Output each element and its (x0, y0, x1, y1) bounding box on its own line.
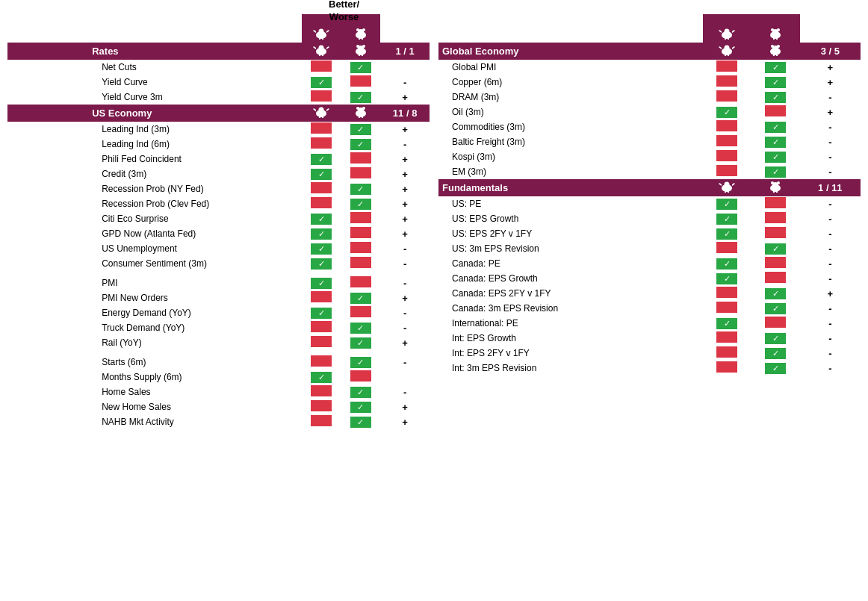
data-row: Starts (6m)✓- (7, 355, 430, 370)
bull-indicator (703, 60, 751, 75)
metric-label: Canada: PE (438, 256, 703, 271)
bear-indicator (341, 275, 381, 290)
bull-indicator (703, 361, 751, 376)
bull-indicator (302, 335, 341, 350)
data-row: Int: EPS 2FY v 1FY✓- (438, 346, 861, 361)
bear-icon-left (352, 28, 370, 40)
data-row: US: 3m EPS Revision✓- (438, 241, 861, 256)
metric-label: Int: EPS 2FY v 1FY (438, 346, 703, 361)
bull-indicator: ✓ (703, 256, 751, 271)
metric-label: Months Supply (6m) (88, 370, 302, 384)
better-worse-value: + (800, 60, 861, 75)
metric-label: International: PE (438, 316, 703, 331)
bear-indicator: ✓ (751, 75, 800, 90)
bear-col-header-right (751, 14, 800, 43)
data-row: Canada: 3m EPS Revision✓- (438, 301, 861, 316)
svg-rect-32 (725, 37, 726, 40)
section-bear-icon (341, 105, 381, 122)
section-name-cell: Rates (88, 43, 302, 60)
svg-rect-52 (725, 190, 726, 193)
metric-label: Canada: 3m EPS Revision (438, 301, 703, 316)
data-row: US Unemployment✓- (7, 241, 430, 256)
svg-point-31 (725, 29, 730, 34)
svg-rect-12 (319, 54, 320, 56)
bull-indicator (703, 164, 751, 179)
bull-indicator (302, 399, 341, 414)
bear-indicator (751, 271, 800, 286)
better-worse-value: + (800, 105, 861, 119)
metric-label: Copper (6m) (438, 75, 703, 90)
svg-point-17 (362, 45, 365, 48)
metric-label: US: PE (438, 196, 703, 211)
bull-indicator (302, 137, 341, 152)
better-worse-value: + (380, 196, 430, 211)
bear-indicator: ✓ (341, 384, 381, 399)
bull-indicator: ✓ (302, 211, 341, 226)
svg-rect-38 (773, 37, 775, 40)
bear-indicator: ✓ (341, 320, 381, 335)
bear-indicator (751, 226, 800, 241)
data-row: Consumer Sentiment (3m)✓- (7, 256, 430, 271)
better-worse-value: + (380, 290, 430, 305)
better-worse-value: - (800, 346, 861, 361)
metric-label: Int: EPS Growth (438, 331, 703, 346)
bear-indicator (751, 105, 800, 119)
better-worse-value: - (380, 75, 430, 90)
section-name-cell: Global Economy (438, 43, 703, 60)
section-bear-icon (341, 43, 381, 60)
metric-label: Citi Eco Surprise (88, 211, 302, 226)
svg-rect-53 (728, 190, 729, 193)
better-worse-value: + (380, 181, 430, 196)
data-row: US: EPS 2FY v 1FY✓- (438, 226, 861, 241)
metric-label: Baltic Freight (3m) (438, 134, 703, 149)
better-worse-value: - (800, 256, 861, 271)
bear-indicator: ✓ (751, 60, 800, 75)
data-row: Energy Demand (YoY)✓- (7, 305, 430, 320)
svg-rect-49 (776, 54, 778, 56)
better-worse-value: - (800, 119, 861, 134)
svg-rect-42 (725, 54, 726, 56)
section-bull-icon (302, 43, 341, 60)
data-row: Canada: EPS Growth✓- (438, 271, 861, 286)
metric-label: Int: 3m EPS Revision (438, 361, 703, 376)
data-row: Yield Curve 3m✓+ (7, 90, 430, 105)
better-worse-value: - (800, 149, 861, 164)
better-worse-value: - (380, 256, 430, 271)
bull-indicator (302, 290, 341, 305)
bull-indicator (302, 181, 341, 196)
section-bull-icon (302, 105, 341, 122)
better-worse-value: - (380, 275, 430, 290)
section-bull-icon (703, 43, 751, 60)
svg-point-16 (356, 45, 359, 48)
bw-col-header-left (380, 14, 430, 43)
svg-rect-59 (776, 190, 778, 193)
bull-indicator: ✓ (703, 271, 751, 286)
section-header-row: Fundamentals 1 / 11 (438, 179, 861, 196)
svg-point-27 (362, 107, 365, 110)
data-row: International: PE✓- (438, 316, 861, 331)
bull-indicator: ✓ (703, 316, 751, 331)
bull-indicator (302, 384, 341, 399)
data-row: Months Supply (6m)✓ (7, 370, 430, 384)
metric-label: US: 3m EPS Revision (438, 241, 703, 256)
right-panel: Global Economy 3 / 5Global PMI✓+Copper (… (438, 14, 861, 429)
better-worse-value: - (800, 361, 861, 376)
metric-label: Truck Demand (YoY) (88, 320, 302, 335)
better-worse-value: + (380, 90, 430, 105)
metric-label: EM (3m) (438, 164, 703, 179)
bear-indicator (751, 196, 800, 211)
bear-indicator (341, 166, 381, 181)
better-worse-value: + (380, 122, 430, 137)
data-row: Leading Ind (6m)✓- (7, 137, 430, 152)
data-row: Phili Fed Coincident✓+ (7, 152, 430, 166)
bull-indicator: ✓ (302, 152, 341, 166)
section-header-row: US Economy 11 / 8 (7, 105, 430, 122)
data-row: Baltic Freight (3m)✓- (438, 134, 861, 149)
svg-rect-23 (322, 116, 323, 118)
data-row: US: EPS Growth✓- (438, 211, 861, 226)
metric-label: Leading Ind (6m) (88, 137, 302, 152)
data-row: Kospi (3m)✓- (438, 149, 861, 164)
better-worse-value: - (380, 137, 430, 152)
bull-indicator (703, 134, 751, 149)
right-col-headers (438, 14, 861, 43)
